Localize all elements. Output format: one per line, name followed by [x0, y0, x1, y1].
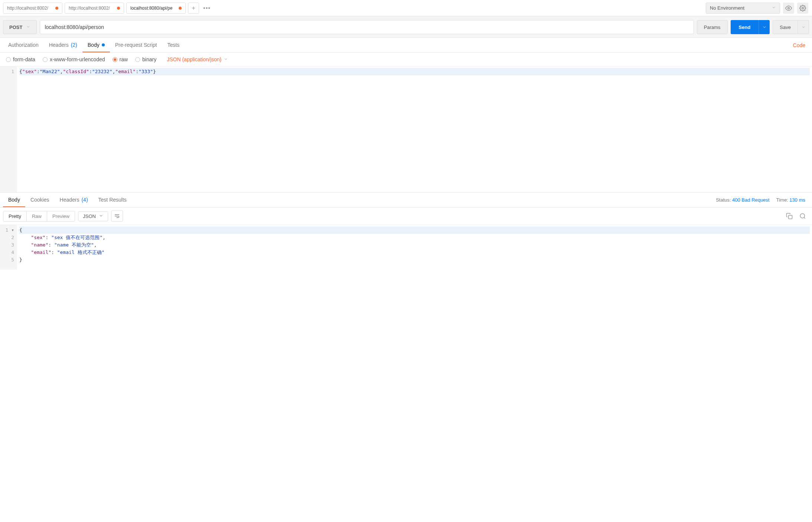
- http-method-select[interactable]: POST: [3, 20, 37, 34]
- search-response-button[interactable]: [798, 211, 808, 221]
- tab-2-label: localhost:8080/api/pe: [130, 6, 172, 11]
- response-code-content: { "sex": "sex 值不在可选范围", "name": "name 不能…: [17, 225, 812, 270]
- http-method-label: POST: [9, 25, 22, 30]
- view-raw-button[interactable]: Raw: [26, 211, 47, 221]
- view-pretty-button[interactable]: Pretty: [3, 211, 26, 221]
- radio-icon: [43, 57, 48, 62]
- send-dropdown-button[interactable]: [759, 20, 770, 34]
- chevron-down-icon: [772, 5, 776, 11]
- body-type-raw[interactable]: raw: [113, 56, 128, 62]
- save-dropdown-button[interactable]: [798, 20, 809, 34]
- response-headers-count: (4): [81, 197, 88, 203]
- response-format-select[interactable]: JSON: [78, 211, 108, 221]
- tab-0[interactable]: http://localhost:8002/: [3, 3, 62, 14]
- tab-headers[interactable]: Headers (2): [44, 38, 82, 52]
- params-button[interactable]: Params: [697, 20, 728, 34]
- save-button[interactable]: Save: [773, 20, 798, 34]
- tab-body[interactable]: Body: [82, 38, 110, 52]
- chevron-down-icon: [224, 56, 228, 62]
- code-line: {"sex":"Man22","classId":"23232","email"…: [19, 68, 810, 75]
- tab-overflow-button[interactable]: •••: [201, 3, 212, 14]
- response-tab-headers[interactable]: Headers (4): [55, 193, 93, 207]
- response-body-viewer[interactable]: 1 ▾ 2 3 4 5 { "sex": "sex 值不在可选范围", "nam…: [0, 225, 812, 270]
- code-line: }: [19, 256, 810, 264]
- response-status: Status: 400 Bad Request: [716, 197, 770, 203]
- environment-label: No Environment: [710, 5, 744, 11]
- request-body-editor[interactable]: 1 {"sex":"Man22","classId":"23232","emai…: [0, 66, 812, 193]
- svg-line-4: [804, 217, 805, 218]
- chevron-down-icon: [99, 213, 103, 219]
- code-line: {: [19, 226, 810, 234]
- response-tab-body[interactable]: Body: [3, 193, 25, 207]
- editor-gutter: 1: [0, 66, 17, 192]
- environment-select[interactable]: No Environment: [706, 3, 780, 14]
- new-tab-button[interactable]: +: [188, 3, 199, 14]
- code-line: "sex": "sex 值不在可选范围",: [19, 234, 810, 241]
- radio-selected-icon: [113, 57, 117, 62]
- dirty-dot-icon: [179, 7, 182, 10]
- tab-authorization[interactable]: Authorization: [3, 38, 44, 52]
- headers-count-badge: (2): [71, 42, 77, 48]
- copy-response-button[interactable]: [785, 211, 794, 221]
- svg-point-0: [788, 7, 790, 9]
- content-type-select[interactable]: JSON (application/json): [167, 56, 228, 62]
- tab-0-label: http://localhost:8002/: [7, 6, 48, 11]
- editor-content[interactable]: {"sex":"Man22","classId":"23232","email"…: [17, 66, 812, 192]
- toggle-wrap-button[interactable]: [111, 211, 123, 222]
- tab-1[interactable]: http://localhost:8002/: [65, 3, 124, 14]
- fold-arrow-icon[interactable]: ▾: [8, 227, 14, 233]
- svg-point-1: [802, 7, 804, 9]
- response-view-mode: Pretty Raw Preview: [3, 211, 75, 222]
- code-line: "name": "name 不能为空",: [19, 241, 810, 249]
- settings-button[interactable]: [797, 3, 808, 14]
- body-type-binary[interactable]: binary: [135, 56, 156, 62]
- view-preview-button[interactable]: Preview: [47, 211, 75, 221]
- svg-point-3: [800, 213, 805, 218]
- response-tab-cookies[interactable]: Cookies: [25, 193, 55, 207]
- dirty-dot-icon: [55, 7, 58, 10]
- response-gutter: 1 ▾ 2 3 4 5: [0, 225, 17, 270]
- svg-rect-2: [789, 215, 792, 219]
- request-url-input[interactable]: [40, 20, 694, 34]
- preview-environment-button[interactable]: [783, 3, 794, 14]
- response-time: Time: 130 ms: [776, 197, 805, 203]
- body-type-form-data[interactable]: form-data: [6, 56, 35, 62]
- chevron-down-icon: [26, 25, 30, 30]
- tab-pre-request-script[interactable]: Pre-request Script: [110, 38, 162, 52]
- modified-dot-icon: [102, 43, 105, 46]
- dirty-dot-icon: [117, 7, 120, 10]
- tab-1-label: http://localhost:8002/: [69, 6, 110, 11]
- radio-icon: [6, 57, 11, 62]
- response-tab-test-results[interactable]: Test Results: [93, 193, 132, 207]
- body-type-urlencoded[interactable]: x-www-form-urlencoded: [43, 56, 105, 62]
- tab-2[interactable]: localhost:8080/api/pe: [126, 3, 186, 14]
- generate-code-link[interactable]: Code: [793, 42, 809, 48]
- radio-icon: [135, 57, 140, 62]
- tab-tests[interactable]: Tests: [162, 38, 185, 52]
- send-button[interactable]: Send: [731, 20, 759, 34]
- code-line: "email": "email 格式不正确": [19, 249, 810, 256]
